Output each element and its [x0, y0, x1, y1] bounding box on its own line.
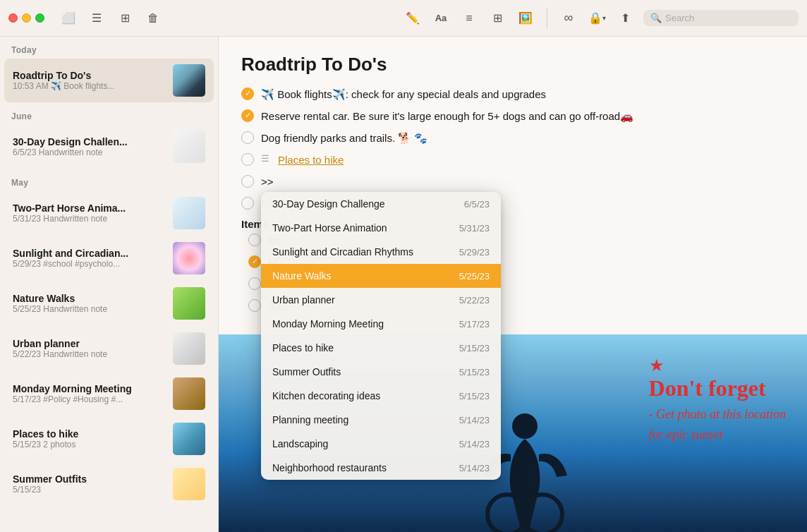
- todo-checkbox-2[interactable]: ✓: [241, 109, 254, 122]
- sidebar-item-roadtrip-thumb: [173, 64, 205, 97]
- todo-checkbox-6[interactable]: [241, 197, 254, 210]
- dropdown-item[interactable]: Landscaping5/14/23: [261, 432, 501, 456]
- sidebar-item-sunlight[interactable]: Sunlight and Circadian... 5/29/23 #schoo…: [4, 236, 214, 280]
- note-link-dropdown[interactable]: 30-Day Design Challenge6/5/23Two-Part Ho…: [261, 192, 501, 480]
- sidebar-item-nature-title: Nature Walks: [13, 293, 166, 304]
- delete-button[interactable]: 🗑: [143, 8, 163, 28]
- dropdown-item[interactable]: Sunlight and Circadian Rhythms5/29/23: [261, 240, 501, 264]
- sidebar-item-summer-text: Summer Outfits 5/15/23: [13, 473, 166, 495]
- dropdown-item-date: 6/5/23: [464, 199, 490, 210]
- main-container: Today Roadtrip To Do's 10:53 AM ✈️ Book …: [0, 37, 807, 532]
- dropdown-item-date: 5/14/23: [459, 439, 490, 449]
- sidebar-item-places-title: Places to hike: [13, 428, 166, 440]
- handwritten-line2: - Get photo at this location: [649, 407, 786, 422]
- dropdown-item-date: 5/14/23: [459, 463, 490, 473]
- share-icon: ⬆: [621, 11, 630, 25]
- dropdown-item[interactable]: 30-Day Design Challenge6/5/23: [261, 192, 501, 216]
- maximize-button[interactable]: [35, 13, 44, 23]
- share-button[interactable]: ⬆: [615, 8, 635, 28]
- todo-text-5: >>: [261, 174, 274, 189]
- grid-view-button[interactable]: ⊞: [115, 8, 135, 28]
- sidebar-item-urban-subtitle: 5/22/23 Handwritten note: [13, 349, 166, 359]
- sidebar-item-monday-thumb: [173, 377, 205, 410]
- todo-checkbox-1[interactable]: ✓: [241, 87, 254, 100]
- dropdown-item[interactable]: Monday Morning Meeting5/17/23: [261, 312, 501, 336]
- dropdown-item-name: Neighborhood restaurants: [272, 462, 387, 473]
- list-view-icon: ☰: [92, 11, 102, 25]
- sidebar-item-design-challenge[interactable]: 30-Day Design Challen... 6/5/23 Handwrit…: [4, 125, 214, 169]
- sidebar-item-urban-text: Urban planner 5/22/23 Handwritten note: [13, 338, 166, 359]
- sidebar-item-design-thumb: [173, 131, 205, 163]
- search-input[interactable]: [665, 13, 778, 23]
- sidebar-item-places[interactable]: Places to hike 5/15/23 2 photos: [4, 417, 214, 461]
- sidebar-item-horse-subtitle: 5/31/23 Handwritten note: [13, 214, 166, 224]
- sidebar-item-nature-subtitle: 5/25/23 Handwritten note: [13, 304, 166, 314]
- sidebar-item-roadtrip[interactable]: Roadtrip To Do's 10:53 AM ✈️ Book flight…: [4, 59, 214, 102]
- sidebar-item-roadtrip-subtitle: 10:53 AM ✈️ Book flights...: [13, 81, 166, 91]
- dropdown-item[interactable]: Neighborhood restaurants5/14/23: [261, 456, 501, 480]
- sidebar: Today Roadtrip To Do's 10:53 AM ✈️ Book …: [0, 37, 219, 532]
- lock-chevron-icon: ▾: [602, 14, 606, 22]
- handwritten-line1: Don't forget: [649, 375, 786, 401]
- divider: [547, 8, 547, 28]
- link-icon: ∞: [564, 11, 574, 25]
- search-bar[interactable]: 🔍: [643, 10, 799, 26]
- font-button[interactable]: Aa: [431, 8, 451, 28]
- sidebar-item-horse[interactable]: Two-Part Horse Anima... 5/31/23 Handwrit…: [4, 191, 214, 235]
- sidebar-toggle-button[interactable]: ⬜: [59, 8, 78, 28]
- dropdown-item[interactable]: Two-Part Horse Animation5/31/23: [261, 216, 501, 240]
- todo-checkbox-3[interactable]: [241, 131, 254, 144]
- dropdown-item[interactable]: Places to hike5/15/23: [261, 336, 501, 360]
- dropdown-item[interactable]: Nature Walks5/25/23: [261, 264, 501, 288]
- media-button[interactable]: 🖼️: [516, 8, 535, 28]
- dropdown-item-name: Two-Part Horse Animation: [272, 222, 387, 234]
- sidebar-item-horse-text: Two-Part Horse Anima... 5/31/23 Handwrit…: [13, 202, 166, 224]
- minimize-button[interactable]: [22, 13, 31, 23]
- sidebar-item-places-thumb: [173, 423, 205, 455]
- dropdown-item[interactable]: Kitchen decorating ideas5/15/23: [261, 384, 501, 408]
- dropdown-item-name: Kitchen decorating ideas: [272, 390, 380, 401]
- handwritten-star: ★: [649, 356, 665, 375]
- table-button[interactable]: ⊞: [487, 8, 507, 28]
- lock-button[interactable]: 🔒 ▾: [587, 8, 607, 28]
- sidebar-item-sunlight-title: Sunlight and Circadian...: [13, 248, 166, 259]
- todo-checkbox-4[interactable]: [241, 153, 254, 166]
- sidebar-item-monday[interactable]: Monday Morning Meeting 5/17/23 #Policy #…: [4, 372, 214, 416]
- dropdown-item-date: 5/15/23: [459, 343, 490, 353]
- sidebar-item-summer[interactable]: Summer Outfits 5/15/23: [4, 462, 214, 506]
- sidebar-item-horse-thumb: [173, 197, 205, 229]
- dropdown-item-name: Places to hike: [272, 342, 334, 353]
- link-button[interactable]: ∞: [559, 8, 578, 28]
- sidebar-item-summer-title: Summer Outfits: [13, 473, 166, 485]
- close-button[interactable]: [8, 13, 18, 23]
- sidebar-icon: ⬜: [61, 11, 75, 25]
- todo-item-2: ✓ Reserve rental car. Be sure it's large…: [241, 109, 784, 123]
- todo-text-1: ✈️ Book flights✈️: check for any special…: [261, 87, 546, 102]
- list-view-button[interactable]: ☰: [87, 8, 107, 28]
- sub-checkbox-3[interactable]: [248, 277, 261, 290]
- compose-button[interactable]: ✏️: [403, 8, 423, 28]
- svg-point-0: [512, 413, 538, 439]
- format-list-button[interactable]: ≡: [459, 8, 479, 28]
- content-area: Roadtrip To Do's ✓ ✈️ Book flights✈️: ch…: [219, 37, 807, 532]
- section-today-label: Today: [0, 37, 218, 58]
- dropdown-item[interactable]: Summer Outfits5/15/23: [261, 360, 501, 384]
- dropdown-item-date: 5/14/23: [459, 415, 490, 425]
- todo-item-5: >>: [241, 174, 784, 189]
- sidebar-item-places-text: Places to hike 5/15/23 2 photos: [13, 428, 166, 449]
- dropdown-item[interactable]: Urban planner5/22/23: [261, 288, 501, 312]
- todo-checkbox-5[interactable]: [241, 175, 254, 188]
- dropdown-item-name: Landscaping: [272, 438, 328, 449]
- trash-icon: 🗑: [147, 12, 159, 25]
- font-icon: Aa: [435, 13, 447, 23]
- dropdown-item-name: Summer Outfits: [272, 366, 341, 377]
- sub-checkbox-4[interactable]: [248, 299, 261, 312]
- traffic-lights: [8, 13, 44, 23]
- dropdown-item[interactable]: Planning meeting5/14/23: [261, 408, 501, 432]
- sidebar-item-urban[interactable]: Urban planner 5/22/23 Handwritten note: [4, 327, 214, 370]
- sub-checkbox-2[interactable]: ✓: [248, 255, 261, 268]
- format-list-icon: ≡: [466, 12, 472, 25]
- sub-checkbox-1[interactable]: [248, 234, 261, 246]
- todo-link-4[interactable]: Places to hike: [278, 152, 344, 167]
- sidebar-item-nature[interactable]: Nature Walks 5/25/23 Handwritten note: [4, 282, 214, 325]
